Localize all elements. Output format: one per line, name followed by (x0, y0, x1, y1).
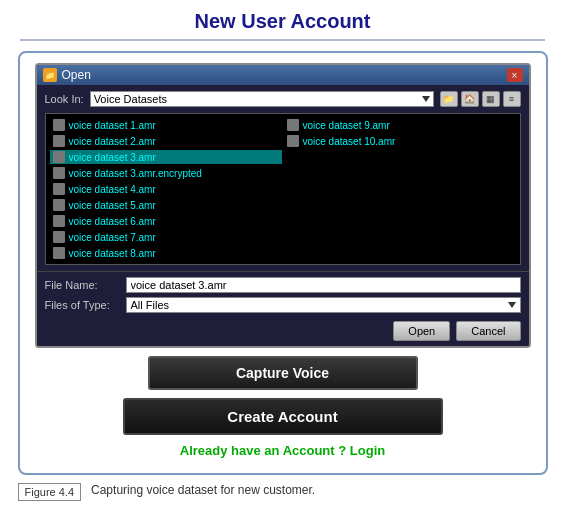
page-container: New User Account 📁 Open × Look In: Voice… (0, 0, 565, 522)
file-item-selected[interactable]: voice dataset 3.amr (50, 150, 282, 164)
footer-buttons: Open Cancel (45, 321, 521, 341)
main-panel: 📁 Open × Look In: Voice Datasets 📁 🏠 (18, 51, 548, 475)
file-item[interactable]: voice dataset 1.amr (50, 118, 282, 132)
look-in-select[interactable]: Voice Datasets (90, 91, 434, 107)
dialog-close-button[interactable]: × (507, 68, 523, 82)
dialog-footer: File Name: Files of Type: All Files Open… (37, 271, 529, 346)
login-link[interactable]: Already have an Account ? Login (180, 443, 385, 458)
file-item (284, 214, 516, 228)
file-item (284, 150, 516, 164)
files-of-type-select[interactable]: All Files (126, 297, 521, 313)
file-name-row: File Name: (45, 277, 521, 293)
file-item[interactable]: voice dataset 7.amr (50, 230, 282, 244)
file-item[interactable]: voice dataset 6.amr (50, 214, 282, 228)
file-icon (53, 167, 65, 179)
figure-caption: Figure 4.4 Capturing voice dataset for n… (18, 483, 548, 501)
dialog-titlebar: 📁 Open × (37, 65, 529, 85)
chevron-down-icon (422, 96, 430, 102)
home-icon[interactable]: 🏠 (461, 91, 479, 107)
file-name-input[interactable] (126, 277, 521, 293)
page-title: New User Account (20, 10, 545, 41)
file-icon (53, 151, 65, 163)
file-item[interactable]: voice dataset 2.amr (50, 134, 282, 148)
open-button[interactable]: Open (393, 321, 450, 341)
files-of-type-value: All Files (131, 299, 170, 311)
files-of-type-label: Files of Type: (45, 299, 120, 311)
look-in-row: Look In: Voice Datasets 📁 🏠 ▦ ≡ (45, 91, 521, 107)
look-in-icons: 📁 🏠 ▦ ≡ (440, 91, 521, 107)
dialog-icon: 📁 (43, 68, 57, 82)
file-item[interactable]: voice dataset 5.amr (50, 198, 282, 212)
file-item[interactable]: voice dataset 8.amr (50, 246, 282, 260)
create-account-button[interactable]: Create Account (123, 398, 443, 435)
file-icon (53, 247, 65, 259)
figure-label: Figure 4.4 (18, 483, 82, 501)
file-item[interactable]: voice dataset 9.amr (284, 118, 516, 132)
file-icon (53, 215, 65, 227)
file-icon (53, 231, 65, 243)
list-icon[interactable]: ≡ (503, 91, 521, 107)
file-dialog: 📁 Open × Look In: Voice Datasets 📁 🏠 (35, 63, 531, 348)
file-item (284, 182, 516, 196)
file-icon (287, 135, 299, 147)
grid-icon[interactable]: ▦ (482, 91, 500, 107)
file-item (284, 230, 516, 244)
cancel-button[interactable]: Cancel (456, 321, 520, 341)
file-icon (53, 119, 65, 131)
file-name-label: File Name: (45, 279, 120, 291)
dialog-body: Look In: Voice Datasets 📁 🏠 ▦ ≡ (37, 85, 529, 271)
capture-voice-button[interactable]: Capture Voice (148, 356, 418, 390)
chevron-down-icon (508, 302, 516, 308)
file-icon (287, 119, 299, 131)
file-icon (53, 199, 65, 211)
dialog-title-left: 📁 Open (43, 68, 91, 82)
file-item (284, 198, 516, 212)
files-of-type-row: Files of Type: All Files (45, 297, 521, 313)
file-icon (53, 183, 65, 195)
figure-text: Capturing voice dataset for new customer… (91, 483, 315, 497)
file-item[interactable]: voice dataset 4.amr (50, 182, 282, 196)
file-icon (53, 135, 65, 147)
look-in-value: Voice Datasets (94, 93, 167, 105)
file-item[interactable]: voice dataset 10.amr (284, 134, 516, 148)
dialog-title-text: Open (62, 68, 91, 82)
folder-icon[interactable]: 📁 (440, 91, 458, 107)
file-item (284, 166, 516, 180)
file-list-area: voice dataset 1.amr voice dataset 9.amr … (45, 113, 521, 265)
file-item (284, 246, 516, 260)
file-item[interactable]: voice dataset 3.amr.encrypted (50, 166, 282, 180)
look-in-label: Look In: (45, 93, 84, 105)
